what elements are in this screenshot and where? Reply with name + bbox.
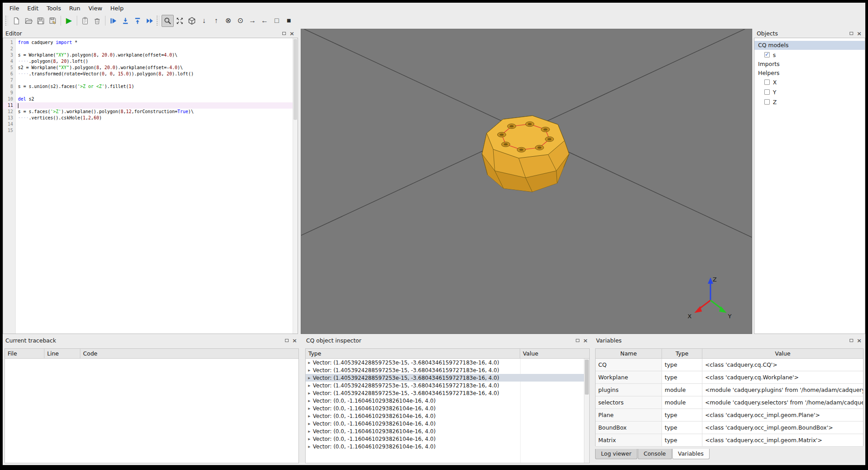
run-button[interactable]: ▶	[63, 15, 75, 27]
expand-arrow-icon[interactable]: ▸	[306, 421, 313, 426]
menu-help[interactable]: Help	[106, 4, 128, 13]
viewport-canvas[interactable]: Z X Y	[301, 29, 752, 334]
traceback-close-button[interactable]: ×	[291, 337, 298, 344]
expand-arrow-icon[interactable]: ▸	[306, 383, 313, 388]
code-line-1[interactable]: from cadquery import *	[16, 40, 293, 46]
left-view-button[interactable]: →	[246, 15, 259, 27]
checkbox-y[interactable]	[764, 89, 770, 95]
tree-item-x[interactable]: X	[754, 77, 865, 87]
editor-close-button[interactable]: ×	[289, 30, 295, 37]
debug-step-button[interactable]	[107, 15, 119, 27]
variable-row[interactable]: CQtype<class 'cadquery.cq.CQ'>	[596, 359, 863, 371]
inspector-row[interactable]: ▸Vector: (1.4053924288597253e-15, -3.680…	[306, 359, 584, 366]
code-editor[interactable]: 123456789101112131415 from cadquery impo…	[3, 38, 298, 334]
inspector-row[interactable]: ▸Vector: (0.0, -1.1604610293826104e-16, …	[306, 404, 584, 412]
traceback-float-button[interactable]	[283, 337, 290, 344]
toolbar-handle[interactable]	[5, 16, 8, 26]
variables-col-name[interactable]: Name	[596, 349, 662, 358]
expand-arrow-icon[interactable]: ▸	[306, 444, 313, 449]
expand-arrow-icon[interactable]: ▸	[306, 406, 313, 411]
code-line-6[interactable]: ····.transformed(rotate=Vector(0, 0, 15.…	[16, 71, 293, 77]
inspector-row[interactable]: ▸Vector: (0.0, -1.1604610293826104e-16, …	[306, 420, 584, 427]
variable-row[interactable]: Workplanetype<class 'cadquery.cq.Workpla…	[596, 371, 863, 384]
inspector-row[interactable]: ▸Vector: (1.4053924288597253e-15, -3.680…	[306, 382, 584, 389]
inspector-row[interactable]: ▸Vector: (1.4053924288597253e-15, -3.680…	[306, 366, 584, 374]
inspector-float-button[interactable]	[574, 337, 581, 344]
checkbox-x[interactable]	[764, 79, 770, 85]
variables-close-button[interactable]: ×	[856, 337, 863, 344]
inspector-row[interactable]: ▸Vector: (1.4053924288597253e-15, -3.680…	[306, 374, 584, 382]
inspector-row[interactable]: ▸Vector: (0.0, -1.1604610293826104e-16, …	[306, 443, 584, 450]
variables-col-type[interactable]: Type	[662, 349, 702, 358]
inspector-row[interactable]: ▸Vector: (0.0, -1.1604610293826104e-16, …	[306, 427, 584, 435]
open-file-button[interactable]	[22, 15, 35, 27]
tree-item-imports[interactable]: Imports	[754, 59, 865, 68]
code-line-10[interactable]: del s2	[16, 96, 293, 102]
code-line-3[interactable]: s = Workplane("XY").polygon(8, 20.0).wor…	[16, 52, 293, 58]
zoom-fit-button[interactable]	[162, 15, 174, 27]
code-line-15[interactable]	[16, 127, 293, 134]
variable-row[interactable]: Planetype<class 'cadquery.occ_impl.geom.…	[596, 409, 863, 422]
code-lines[interactable]: from cadquery import *s = Workplane("XY"…	[16, 38, 293, 334]
new-file-button[interactable]	[10, 15, 22, 27]
iso-view-button[interactable]	[186, 15, 198, 27]
menu-run[interactable]: Run	[65, 4, 84, 13]
right-view-button[interactable]: ←	[259, 15, 271, 27]
bottom-view-button[interactable]: ↑	[210, 15, 222, 27]
inspector-row[interactable]: ▸Vector: (0.0, -1.1604610293826104e-16, …	[306, 412, 584, 420]
shaded-button[interactable]: ■	[283, 15, 295, 27]
expand-arrow-icon[interactable]: ▸	[306, 360, 313, 365]
code-line-8[interactable]: s = s.union(s2).faces('>Z or <Z').fillet…	[16, 83, 293, 90]
menu-edit[interactable]: Edit	[23, 4, 43, 13]
variable-row[interactable]: BoundBoxtype<class 'cadquery.occ_impl.ge…	[596, 422, 863, 434]
tree-item-helpers[interactable]: Helpers	[754, 68, 865, 77]
inspector-col-value[interactable]: Value	[520, 349, 589, 358]
traceback-col-code[interactable]: Code	[80, 349, 298, 358]
code-line-13[interactable]: ····.vertices().cskHole(1,2,60)	[16, 115, 293, 121]
editor-scrollbar[interactable]	[293, 38, 298, 334]
menu-tools[interactable]: Tools	[43, 4, 65, 13]
editor-float-button[interactable]	[281, 30, 287, 37]
step-into-button[interactable]	[119, 15, 132, 27]
checkbox-s[interactable]	[764, 52, 770, 57]
expand-arrow-icon[interactable]: ▸	[306, 375, 313, 380]
menu-file[interactable]: File	[5, 4, 23, 13]
tab-variables[interactable]: Variables	[672, 449, 710, 459]
variable-row[interactable]: selectorsmodule<module 'cadquery.selecto…	[596, 396, 863, 409]
inspector-row[interactable]: ▸Vector: (1.4053924288597253e-15, -3.680…	[306, 389, 584, 397]
toolbar-handle-2[interactable]	[157, 16, 159, 26]
objects-close-button[interactable]: ×	[856, 30, 863, 37]
tree-item-z[interactable]: Z	[754, 97, 865, 107]
variable-row[interactable]: pluginsmodule<module 'cadquery.plugins' …	[596, 384, 863, 396]
expand-arrow-icon[interactable]: ▸	[306, 436, 313, 441]
wireframe-button[interactable]: □	[271, 15, 283, 27]
clipboard-button[interactable]	[79, 15, 91, 27]
top-view-button[interactable]: ↓	[198, 15, 210, 27]
checkbox-z[interactable]	[764, 99, 770, 105]
tree-item-s[interactable]: s	[754, 50, 865, 59]
save-as-button[interactable]	[47, 15, 59, 27]
tab-console[interactable]: Console	[638, 449, 672, 459]
code-line-14[interactable]	[16, 121, 293, 127]
objects-float-button[interactable]	[848, 30, 855, 37]
delete-button[interactable]	[91, 15, 103, 27]
back-view-button[interactable]: ⊙	[234, 15, 246, 27]
expand-arrow-icon[interactable]: ▸	[306, 368, 313, 373]
code-line-7[interactable]	[16, 77, 293, 83]
variables-col-value[interactable]: Value	[702, 349, 863, 358]
cad-model[interactable]	[482, 116, 569, 192]
code-line-5[interactable]: s2 = Workplane("XY").polygon(8, 20.0).wo…	[16, 65, 293, 71]
inspector-close-button[interactable]: ×	[582, 337, 589, 344]
inspector-col-type[interactable]: Type	[306, 349, 520, 358]
variable-row[interactable]: Matrixtype<class 'cadquery.occ_impl.geom…	[596, 434, 863, 447]
tree-group-cq-models[interactable]: CQ models	[754, 41, 865, 50]
menu-view[interactable]: View	[84, 4, 106, 13]
fit-all-button[interactable]	[174, 15, 186, 27]
expand-arrow-icon[interactable]: ▸	[306, 398, 313, 403]
inspector-scrollbar-thumb[interactable]	[585, 360, 589, 395]
tab-log-viewer[interactable]: Log viewer	[595, 449, 637, 459]
save-button[interactable]	[35, 15, 47, 27]
editor-scrollbar-thumb[interactable]	[294, 39, 297, 120]
expand-arrow-icon[interactable]: ▸	[306, 391, 313, 395]
front-view-button[interactable]: ⊗	[222, 15, 234, 27]
